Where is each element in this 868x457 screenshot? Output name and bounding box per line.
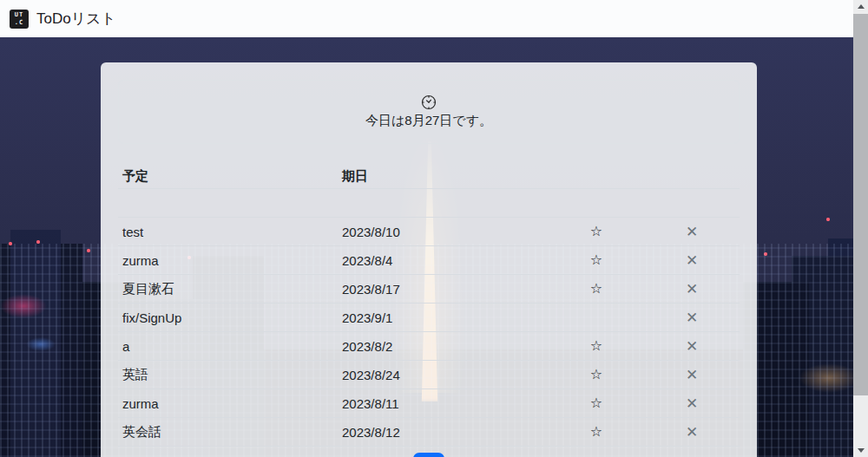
star-icon[interactable]: ☆ — [585, 223, 608, 240]
star-icon[interactable]: ☆ — [585, 395, 608, 412]
star-icon[interactable]: ☆ — [585, 366, 608, 383]
table-row: 夏目漱石 2023/8/17 ☆ ✕ — [118, 275, 740, 304]
column-header-task: 予定 — [118, 168, 342, 185]
table-row — [118, 189, 740, 218]
scrollbar-thumb[interactable] — [853, 14, 868, 395]
table-row: 英会話 2023/8/12 ☆ ✕ — [118, 418, 740, 447]
delete-icon[interactable]: ✕ — [681, 309, 703, 327]
table-row: fix/SignUp 2023/9/1 ☆ ✕ — [118, 304, 740, 332]
table-header-row: 予定 期日 — [118, 164, 740, 189]
page-title: ToDoリスト — [36, 9, 116, 29]
task-label: 英会話 — [118, 424, 342, 441]
delete-icon[interactable]: ✕ — [681, 337, 703, 356]
delete-icon[interactable]: ✕ — [681, 251, 703, 270]
due-date-label: 2023/8/10 — [342, 225, 549, 239]
due-date-label: 2023/8/4 — [342, 253, 549, 268]
delete-icon[interactable] — [687, 206, 697, 210]
todo-card: 今日は8月27日です。 予定 期日 — [101, 62, 757, 457]
due-date-label: 2023/8/2 — [342, 339, 549, 354]
logo-line2: .C — [15, 19, 23, 27]
table-row: a 2023/8/2 ☆ ✕ — [118, 332, 740, 361]
delete-icon[interactable]: ✕ — [681, 395, 703, 413]
task-label: 英語 — [118, 367, 342, 383]
star-icon[interactable]: ☆ — [585, 423, 608, 441]
star-icon[interactable] — [591, 206, 602, 210]
due-date-label: 2023/9/1 — [342, 310, 549, 325]
scroll-up-button[interactable] — [853, 0, 868, 13]
task-label: zurma — [118, 253, 342, 268]
app-viewport: UT .C ToDoリスト 今日は8月27日です。 予定 期日 — [0, 0, 868, 457]
task-label: zurma — [118, 396, 342, 411]
due-date-label: 2023/8/11 — [342, 396, 549, 411]
table-body: test 2023/8/10 ☆ ✕ zurma 2023/8/4 ☆ — [118, 189, 740, 447]
table-row: zurma 2023/8/11 ☆ ✕ — [118, 389, 740, 418]
add-button-row: + — [118, 453, 740, 457]
arrow-down-icon — [858, 448, 865, 453]
table-row: 英語 2023/8/24 ☆ ✕ — [118, 361, 740, 389]
task-label: 夏目漱石 — [118, 281, 342, 297]
table-row: test 2023/8/10 ☆ ✕ — [118, 218, 740, 246]
todo-table: 予定 期日 test 2023/8/10 — [118, 164, 740, 447]
scrollbar[interactable] — [853, 0, 868, 457]
app-logo-icon: UT .C — [10, 10, 29, 29]
task-label: a — [118, 339, 342, 354]
star-icon[interactable]: ☆ — [585, 280, 608, 297]
date-notice-text: 今日は8月27日です。 — [365, 113, 492, 129]
delete-icon[interactable]: ✕ — [681, 423, 703, 441]
due-date-label: 2023/8/12 — [342, 425, 549, 440]
delete-icon[interactable]: ✕ — [681, 280, 703, 298]
logo-line1: UT — [15, 11, 23, 19]
star-icon[interactable]: ☆ — [585, 337, 608, 355]
date-notice-box: 今日は8月27日です。 — [118, 80, 740, 144]
arrow-up-icon — [858, 4, 865, 9]
due-date-label: 2023/8/17 — [342, 282, 549, 297]
header-bar: UT .C ToDoリスト — [0, 0, 868, 37]
table-row: zurma 2023/8/4 ☆ ✕ — [118, 246, 740, 275]
add-todo-button[interactable]: + — [413, 453, 444, 457]
clock-icon — [421, 95, 437, 110]
column-header-due: 期日 — [342, 168, 549, 185]
task-label: test — [118, 225, 342, 239]
star-icon[interactable]: ☆ — [585, 251, 608, 269]
task-label: fix/SignUp — [118, 310, 342, 325]
scroll-down-button[interactable] — [853, 444, 868, 457]
delete-icon[interactable]: ✕ — [681, 366, 703, 384]
delete-icon[interactable]: ✕ — [681, 223, 703, 241]
due-date-label: 2023/8/24 — [342, 368, 549, 382]
